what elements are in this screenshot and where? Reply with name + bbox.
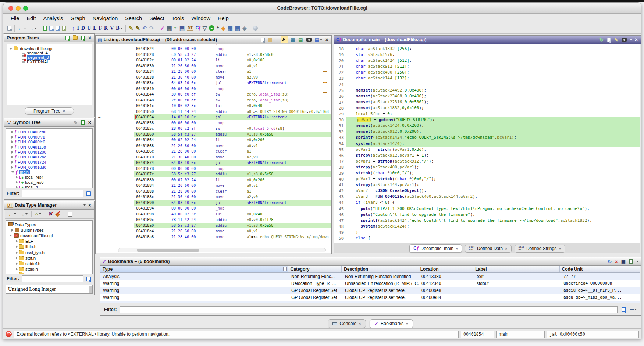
listing-row[interactable]: 0040188421 20 60 00movea0,v1 [96, 183, 331, 189]
tab-program-tree[interactable]: Program Tree × [25, 107, 74, 115]
edit-fields-icon[interactable]: ▦ [290, 36, 296, 43]
listing-row[interactable]: 00401828c0 58 c3 27addiuv1,s8,0x58c0 [96, 52, 331, 58]
dtm-node-stdio.h[interactable]: stdio.h [6, 267, 92, 272]
close-panel-icon[interactable]: × [634, 36, 638, 43]
paste-program-icon[interactable] [54, 24, 61, 32]
listing-hscrollbar-thumb[interactable] [137, 249, 199, 252]
listing-row[interactable]: 0040189064 03 10 0cjal<EXTERNAL>::memset [96, 200, 331, 206]
edit-icon[interactable]: ✎ [613, 36, 619, 43]
column-header-category[interactable]: Category [288, 266, 342, 272]
decompile-line[interactable]: 41strcpy(acStack144,pcVar1); [334, 182, 640, 188]
snapshot-icon[interactable] [306, 36, 312, 43]
bookmarks-column-filter-icon[interactable] [630, 306, 637, 313]
decompile-line[interactable]: 48system(acStack1424); [334, 224, 640, 229]
decompile-line[interactable]: 33sprintf(acStack1424,"echo QUERY_STRING… [334, 135, 640, 140]
listing-row[interactable]: 004018a058 5a c3 27addiuv1,s8,0x5a58 [96, 223, 331, 229]
navigate-up-icon[interactable]: ↑ [71, 24, 76, 32]
symbol-tree-content[interactable]: fFUN_00400ed0fFUN_00400f78fFUN_00400fe0f… [6, 128, 93, 188]
decompile-line[interactable]: 50else { [334, 235, 640, 241]
table-row[interactable]: AnalysisNon-Returning Func...Non-Returni… [100, 273, 640, 280]
dtm-node-stddef.h[interactable]: stddef.h [6, 261, 92, 266]
column-header-code-unit[interactable]: Code Unit [560, 266, 640, 272]
redo-icon[interactable]: ↷ [148, 24, 155, 32]
mark-byte-icon[interactable]: B [115, 24, 123, 32]
tab-defined-data[interactable]: 0101DATDefined Data× [465, 245, 511, 253]
mark-data-icon[interactable]: D [80, 24, 86, 32]
dtm-combo-scrollbar[interactable] [89, 286, 92, 293]
defined-strings-icon[interactable]: ▦ [234, 24, 241, 32]
table-row[interactable]: WarningGP Global Register SetGlobal GP R… [100, 287, 640, 294]
dtm-filter-pointers-icon[interactable]: ◆ [54, 210, 61, 218]
decompile-line[interactable]: 39strtok((char *)0x0,"/"); [334, 170, 640, 176]
memory-map-icon[interactable]: ▦ [166, 24, 173, 32]
copy-program-icon[interactable] [48, 24, 54, 32]
sphere-icon[interactable] [252, 24, 259, 32]
listing-row[interactable]: 0040187021 30 40 00movea2,v0 [96, 154, 331, 160]
symbol-FUN_00401200[interactable]: fFUN_00401200 [6, 150, 92, 155]
table-row[interactable]: WarningGP Global Register SetGlobal GP R… [100, 301, 640, 303]
symbol-local_res0[interactable]: Llocal_res0 [6, 180, 92, 185]
defined-data-icon[interactable]: ▦ [227, 24, 234, 32]
mark-undefined-icon[interactable]: U [86, 24, 92, 32]
refresh-icon[interactable]: ↻ [599, 36, 604, 43]
symbol-filter-input[interactable] [22, 190, 83, 197]
decompile-line[interactable]: 20char acStack1424 [512]; [334, 58, 640, 64]
tab-console[interactable]: Console× [328, 319, 366, 328]
listing-body[interactable]: 0040182064 03 10 0cjal<EXTERNAL>::memset… [96, 44, 331, 253]
menu-analysis[interactable]: Analysis [39, 15, 67, 22]
dtm-node-ossl_typ.h[interactable]: ossl_typ.h [6, 250, 92, 255]
close-panel-icon[interactable]: × [88, 119, 92, 126]
menu-file[interactable]: File [7, 15, 23, 22]
listing-row[interactable]: 0040184000 00 00 00_nop [96, 86, 331, 92]
back-arrow-icon[interactable]: ← [17, 24, 27, 32]
decompile-line[interactable]: 32memset(acStack912,0,0x200); [334, 129, 640, 135]
listing-row[interactable]: 0040183c64 03 10 0cjal<EXTERNAL>::memset [96, 80, 331, 86]
dtm-conflict-mode-icon[interactable]: ∴ [34, 210, 42, 218]
column-header-type[interactable]: Type [100, 266, 288, 272]
table-row[interactable]: WarningRelocation_Type_R_...Unhandled El… [100, 280, 640, 287]
menu-graph[interactable]: Graph [67, 15, 89, 22]
mark-register-icon[interactable]: R [103, 24, 109, 32]
decompile-line[interactable]: 30pcVar1 = getenv("QUERY_STRING"); [334, 117, 640, 123]
decompile-line[interactable]: 34system(acStack1424); [334, 141, 640, 147]
listing-row[interactable]: 0040187c58 5c c3 27addiuv1,s8,0x5c58 [96, 171, 331, 177]
symbol-FUN_004012bc[interactable]: fFUN_004012bc [6, 154, 92, 160]
symbol-FUN_00400fe0[interactable]: fFUN_00400fe0 [6, 139, 92, 145]
menu-edit[interactable]: Edit [23, 15, 39, 22]
bookmarks-filter-options-icon[interactable] [620, 306, 627, 313]
copy-icon[interactable] [606, 36, 612, 43]
snapshot-icon[interactable] [621, 36, 627, 43]
dtm-node-root[interactable]: Data Types [6, 222, 92, 227]
menu-tools[interactable]: Tools [168, 15, 188, 22]
decompile-line[interactable]: 46puts("Couldn\'t find to upgrade the fi… [334, 212, 640, 218]
tree-node-segment_3[interactable]: segment_3 [7, 55, 92, 60]
symbol-main[interactable]: fmain [6, 170, 92, 175]
menu-select[interactable]: Select [146, 15, 168, 22]
dtm-node-libio.h[interactable]: libio.h [6, 244, 92, 250]
export-symbols-icon[interactable] [80, 119, 86, 126]
tab-close-icon[interactable]: × [406, 321, 408, 326]
listing-row[interactable]: 0040185800 00 00 00_nop [96, 120, 331, 126]
mark-variable-icon[interactable]: V [109, 24, 115, 32]
open-folder-icon[interactable] [72, 35, 78, 41]
listing-row[interactable]: 0040185068 1f 44 24addiua0=>s_QUERY_STRI… [96, 109, 331, 115]
listing-row[interactable]: 004018a821 28 40 00movea1=>s_echo_QUERY_… [96, 234, 331, 240]
script-manager-icon[interactable]: ≈ [173, 24, 178, 32]
decompile-line[interactable]: 47sprintf(acStack1424,"echo Couldn\'t fi… [334, 218, 640, 224]
decompile-line[interactable]: 49} [334, 229, 640, 235]
cursor-tool-icon[interactable] [281, 36, 288, 43]
patch-icon[interactable]: ✎ [128, 24, 135, 32]
tab-decompile-main[interactable]: CfDecompile: main× [409, 244, 462, 253]
decompile-line[interactable]: 45puts("HTTP/1.1 200 OK\nContent-type: t… [334, 206, 640, 212]
decompile-menu-caret-icon[interactable] [630, 39, 632, 40]
menu-window[interactable]: Window [188, 15, 214, 22]
bookmarks-rows[interactable]: AnalysisNon-Returning Func...Non-Returni… [100, 273, 640, 303]
dtm-collapse-all-icon[interactable]: − [67, 210, 74, 218]
save-icon[interactable] [6, 24, 13, 32]
tree-node-EXTERNAL[interactable]: EXTERNAL [7, 60, 92, 64]
edit-symbol-icon[interactable]: ✎ [73, 119, 78, 126]
decompile-line[interactable]: 23char acStack144 [132]; [334, 75, 640, 81]
decompile-line[interactable]: 27memset(auStack22316,0,0x5001); [334, 99, 640, 105]
mark-instruction-icon[interactable]: I [76, 24, 80, 32]
dtm-filter-arrays-icon[interactable]: N [48, 210, 54, 218]
